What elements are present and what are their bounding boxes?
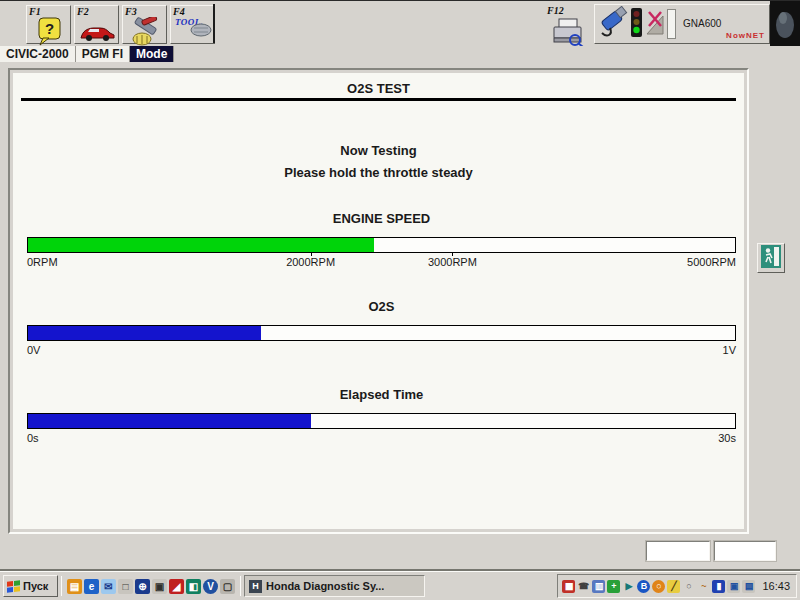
o2s-fill <box>28 326 261 340</box>
interface-status-panel: GNA600 NowNET <box>594 4 770 44</box>
quick-launch-bar: ▤ e ✉ □ ⊕ ▣ ◢ ◧ V ▢ <box>65 579 237 594</box>
start-button[interactable]: Пуск <box>3 575 58 597</box>
teal-app-icon[interactable]: ◧ <box>186 579 201 594</box>
connector-plug-icon <box>598 6 628 43</box>
title-divider <box>21 98 736 101</box>
pencil-tray-icon[interactable]: ╱ <box>667 580 680 593</box>
key-tray-icon[interactable]: ~ <box>697 580 710 593</box>
scale-min-label: 0s <box>27 432 39 444</box>
floppy-save-icon[interactable]: ▤ <box>67 579 82 594</box>
f4-toolbox-button[interactable]: F4 TOOL. <box>170 5 215 44</box>
tab-label: PGM FI <box>82 47 123 61</box>
network-computers-tray-icon[interactable]: ▤ <box>742 580 755 593</box>
gauge-title: ENGINE SPEED <box>27 211 736 226</box>
task-button-label: Honda Diagnostic Sy... <box>266 580 384 592</box>
taskbar-divider <box>61 576 62 596</box>
scale-2000rpm-label: 2000RPM <box>286 256 335 268</box>
f12-print-button[interactable]: F12 <box>545 5 591 44</box>
elapsed-time-bar <box>27 413 736 429</box>
f2-vehicle-button[interactable]: F2 <box>74 5 119 44</box>
test-title: O2S TEST <box>13 81 744 96</box>
no-communication-icon <box>645 7 665 42</box>
toolbar-separator <box>213 4 215 43</box>
taskbar-clock: 16:43 <box>762 580 790 592</box>
tab-label: CIVIC-2000 <box>6 47 69 61</box>
engine-speed-gauge: ENGINE SPEED 0RPM 2000RPM 3000RPM 5000RP… <box>27 211 736 271</box>
internet-explorer-icon[interactable]: e <box>84 579 99 594</box>
windows-taskbar: Пуск ▤ e ✉ □ ⊕ ▣ ◢ ◧ V ▢ H Honda Diagnos… <box>0 571 800 600</box>
system-tray: ▦ ☎ ▥ + ▶ B ○ ╱ ○ ~ ▮ ▣ <box>557 574 797 598</box>
o2s-scale: 0V 1V <box>27 344 736 358</box>
tab[interactable]: PGM FI <box>76 46 130 62</box>
mouse-icon <box>773 4 797 44</box>
scale-max-label: 1V <box>723 344 736 356</box>
f3-tools-button[interactable]: F3 <box>122 5 167 44</box>
start-button-label: Пуск <box>23 580 48 592</box>
arrow-tray-icon[interactable]: ▶ <box>622 580 635 593</box>
f3-key-label: F3 <box>125 6 137 17</box>
gauge-title: O2S <box>27 299 736 314</box>
engine-speed-bar <box>27 237 736 253</box>
glove-icon <box>190 23 212 41</box>
clock-tray-icon[interactable]: ○ <box>652 580 665 593</box>
battery-tray-icon[interactable]: ▮ <box>712 580 725 593</box>
o2s-bar <box>27 325 736 341</box>
gauge-title: Elapsed Time <box>27 387 736 402</box>
exit-icon <box>761 245 781 272</box>
red-stamp-tray-icon[interactable]: ▦ <box>562 580 575 593</box>
honda-diagnostic-icon: H <box>249 580 262 593</box>
tab[interactable]: Mode <box>130 46 174 62</box>
network-monitor-tray-icon[interactable]: ▥ <box>592 580 605 593</box>
f2-key-label: F2 <box>77 6 89 17</box>
elapsed-time-fill <box>28 414 311 428</box>
scale-min-label: 0RPM <box>27 256 58 268</box>
status-message-2: Please hold the throttle steady <box>13 165 744 180</box>
display-tray-icon[interactable]: ▣ <box>727 580 740 593</box>
function-key-toolbar: F1 ? F2 F3 <box>0 0 800 45</box>
device-text-block: GNA600 NowNET <box>678 7 766 41</box>
show-desktop-icon[interactable]: □ <box>118 579 133 594</box>
device-name-label: GNA600 <box>683 18 721 29</box>
f4-key-label: F4 <box>173 6 185 17</box>
f1-key-label: F1 <box>29 6 41 17</box>
device-status-label: NowNET <box>726 31 765 40</box>
scale-3000rpm-label: 3000RPM <box>428 256 477 268</box>
elapsed-time-scale: 0s 30s <box>27 432 736 446</box>
status-field-1 <box>646 541 710 561</box>
engine-speed-fill <box>28 238 374 252</box>
f12-key-label: F12 <box>547 5 564 16</box>
vw-logo-icon[interactable]: V <box>203 579 218 594</box>
bluetooth-tray-icon[interactable]: B <box>637 580 650 593</box>
signal-level-indicator <box>667 9 676 39</box>
svg-text:?: ? <box>44 20 53 37</box>
f1-help-button[interactable]: F1 ? <box>26 5 71 44</box>
car-icon <box>79 22 115 46</box>
tray-icons: ▦ ☎ ▥ + ▶ B ○ ╱ ○ ~ ▮ ▣ <box>562 580 755 593</box>
elapsed-time-gauge: Elapsed Time 0s 30s <box>27 387 736 447</box>
phone-tray-icon[interactable]: ☎ <box>577 580 590 593</box>
globe-icon[interactable]: ⊕ <box>135 579 150 594</box>
vehicle-tab-bar: CIVIC-2000 PGM FI Mode <box>0 46 800 62</box>
diagnostic-panel: O2S TEST Now Testing Please hold the thr… <box>8 68 749 534</box>
toolbar-corner-area <box>770 1 800 46</box>
disabled-tray-icon[interactable]: ○ <box>682 580 695 593</box>
window-app-icon[interactable]: ▢ <box>220 579 235 594</box>
tab[interactable]: CIVIC-2000 <box>0 46 76 62</box>
exit-test-button[interactable] <box>757 243 785 273</box>
o2s-gauge: O2S 0V 1V <box>27 299 736 359</box>
outlook-express-icon[interactable]: ✉ <box>101 579 116 594</box>
scale-max-label: 5000RPM <box>687 256 736 268</box>
engine-speed-scale: 0RPM 2000RPM 3000RPM 5000RPM <box>27 256 736 270</box>
tab-label: Mode <box>136 47 167 61</box>
traffic-light-icon <box>630 7 643 42</box>
status-field-2 <box>714 541 776 561</box>
status-message-1: Now Testing <box>13 143 744 158</box>
console-window-icon[interactable]: ▣ <box>152 579 167 594</box>
antivirus-tray-icon[interactable]: + <box>607 580 620 593</box>
red-app-icon[interactable]: ◢ <box>169 579 184 594</box>
windows-logo-icon <box>7 580 20 592</box>
scale-min-label: 0V <box>27 344 40 356</box>
scale-max-label: 30s <box>718 432 736 444</box>
taskbar-divider <box>240 576 241 596</box>
honda-diagnostic-task-button[interactable]: H Honda Diagnostic Sy... <box>244 575 425 597</box>
